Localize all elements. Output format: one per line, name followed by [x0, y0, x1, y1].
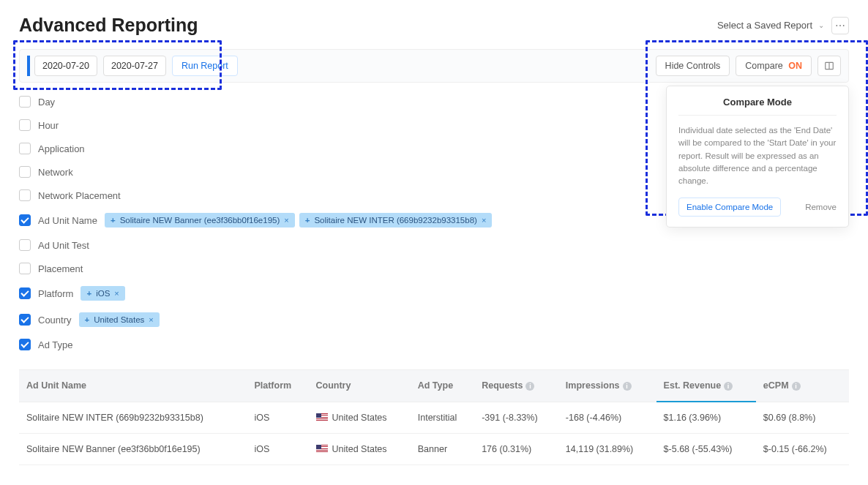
popover-body: Individual date selected as the 'End Dat…	[678, 124, 837, 187]
tag-text: iOS	[96, 289, 110, 298]
cell-country: United States	[309, 434, 411, 465]
filter-checkbox[interactable]	[19, 239, 31, 251]
filter-row: Ad Type	[19, 333, 849, 356]
plus-icon: +	[305, 216, 310, 225]
filter-checkbox[interactable]	[19, 96, 31, 108]
remove-tag-icon[interactable]: ×	[284, 216, 288, 225]
plus-icon: +	[85, 315, 90, 324]
results-table: Ad Unit Name Platform Country Ad Type Re…	[19, 369, 849, 465]
cell-requests: -391 (-8.33%)	[474, 402, 558, 434]
cell-requests: 176 (0.31%)	[474, 434, 558, 465]
info-icon: i	[525, 382, 534, 391]
filter-label: Hour	[38, 120, 59, 131]
filter-tags: +iOS×	[81, 286, 124, 301]
cell-impressions: 14,119 (31.89%)	[558, 434, 656, 465]
col-impressions[interactable]: Impressionsi	[558, 370, 656, 402]
remove-tag-icon[interactable]: ×	[114, 289, 119, 298]
filter-row: Ad Unit Test	[19, 233, 849, 257]
cell-country: United States	[309, 402, 411, 434]
remove-tag-icon[interactable]: ×	[149, 315, 153, 324]
filter-checkbox[interactable]	[19, 119, 31, 131]
cell-platform: iOS	[247, 402, 308, 434]
plus-icon: +	[86, 289, 91, 298]
compare-toggle-button[interactable]: Compare ON	[736, 56, 812, 76]
columns-icon	[824, 61, 834, 71]
cell-revenue: $-5.68 (-55.43%)	[656, 434, 756, 465]
filter-tag[interactable]: +iOS×	[81, 286, 124, 301]
saved-report-label: Select a Saved Report	[717, 20, 812, 31]
filter-label: Placement	[38, 263, 83, 274]
col-ad-type[interactable]: Ad Type	[411, 370, 474, 402]
col-ecpm[interactable]: eCPMi	[756, 370, 849, 402]
filter-row: Country+United States×	[19, 307, 849, 333]
filter-row: Platform+iOS×	[19, 280, 849, 307]
info-icon: i	[623, 382, 632, 391]
filter-checkbox[interactable]	[19, 166, 31, 178]
table-row: Solitaire NEW INTER (669b9232b93315b8)iO…	[19, 402, 849, 434]
cell-ad-unit: Solitaire NEW Banner (ee3f36bb0f16e195)	[19, 434, 247, 465]
start-date-input[interactable]: 2020-07-20	[34, 56, 97, 76]
col-ad-unit-name[interactable]: Ad Unit Name	[19, 370, 247, 402]
filter-checkbox[interactable]	[19, 263, 31, 274]
hide-controls-button[interactable]: Hide Controls	[656, 56, 730, 76]
saved-report-dropdown[interactable]: Select a Saved Report ⌄	[717, 20, 824, 31]
filter-label: Network Placement	[38, 190, 121, 201]
filter-label: Ad Unit Test	[38, 240, 89, 251]
filter-label: Ad Type	[38, 339, 72, 350]
compare-label: Compare	[745, 61, 782, 71]
filter-checkbox[interactable]	[19, 314, 31, 326]
filter-tags: +Solitaire NEW Banner (ee3f36bb0f16e195)…	[105, 213, 492, 228]
compare-mode-popover: Compare Mode Individual date selected as…	[666, 86, 849, 228]
col-country[interactable]: Country	[309, 370, 411, 402]
col-requests[interactable]: Requestsi	[474, 370, 558, 402]
columns-icon-button[interactable]	[818, 56, 841, 76]
filter-checkbox[interactable]	[19, 189, 31, 201]
filter-checkbox[interactable]	[19, 143, 31, 154]
filter-label: Ad Unit Name	[38, 215, 97, 226]
cell-ad-type: Interstitial	[411, 402, 474, 434]
cell-ecpm: $0.69 (8.8%)	[756, 402, 849, 434]
enable-compare-button[interactable]: Enable Compare Mode	[678, 198, 781, 217]
filter-label: Platform	[38, 288, 73, 299]
filter-tag[interactable]: +Solitaire NEW Banner (ee3f36bb0f16e195)…	[105, 213, 295, 228]
tag-text: United States	[94, 315, 144, 324]
plus-icon: +	[111, 216, 116, 225]
cell-impressions: -168 (-4.46%)	[558, 402, 656, 434]
filter-label: Network	[38, 167, 73, 178]
tag-text: Solitaire NEW INTER (669b9232b93315b8)	[314, 216, 476, 225]
cell-revenue: $1.16 (3.96%)	[656, 402, 756, 434]
page-title: Advanced Reporting	[19, 15, 198, 36]
filter-label: Country	[38, 315, 72, 326]
end-date-input[interactable]: 2020-07-27	[103, 56, 166, 76]
filter-label: Application	[38, 143, 85, 154]
us-flag-icon	[316, 413, 328, 421]
more-options-button[interactable]: ⋯	[831, 17, 849, 34]
filter-checkbox[interactable]	[19, 287, 31, 299]
compare-state: ON	[788, 61, 802, 71]
col-est-revenue[interactable]: Est. Revenuei	[656, 370, 756, 402]
info-icon: i	[724, 382, 733, 391]
cell-ad-unit: Solitaire NEW INTER (669b9232b93315b8)	[19, 402, 247, 434]
table-row: Solitaire NEW Banner (ee3f36bb0f16e195)i…	[19, 434, 849, 465]
filter-checkbox[interactable]	[19, 339, 31, 350]
filter-list: DayHourApplicationNetworkNetwork Placeme…	[19, 90, 849, 356]
cell-ecpm: $-0.15 (-66.2%)	[756, 434, 849, 465]
col-platform[interactable]: Platform	[247, 370, 308, 402]
tag-text: Solitaire NEW Banner (ee3f36bb0f16e195)	[120, 216, 280, 225]
chevron-down-icon: ⌄	[818, 21, 824, 29]
remove-compare-link[interactable]: Remove	[805, 203, 837, 211]
filter-checkbox[interactable]	[19, 214, 31, 226]
filter-row: Placement	[19, 257, 849, 280]
us-flag-icon	[316, 445, 328, 453]
filter-tag[interactable]: +United States×	[79, 312, 160, 327]
run-report-button[interactable]: Run Report	[172, 56, 238, 76]
cell-platform: iOS	[247, 434, 308, 465]
filter-label: Day	[38, 97, 55, 108]
popover-title: Compare Mode	[678, 97, 837, 116]
cell-ad-type: Banner	[411, 434, 474, 465]
info-icon: i	[792, 382, 801, 391]
remove-tag-icon[interactable]: ×	[482, 216, 486, 225]
filter-tags: +United States×	[79, 312, 160, 327]
filter-tag[interactable]: +Solitaire NEW INTER (669b9232b93315b8)×	[299, 213, 493, 228]
